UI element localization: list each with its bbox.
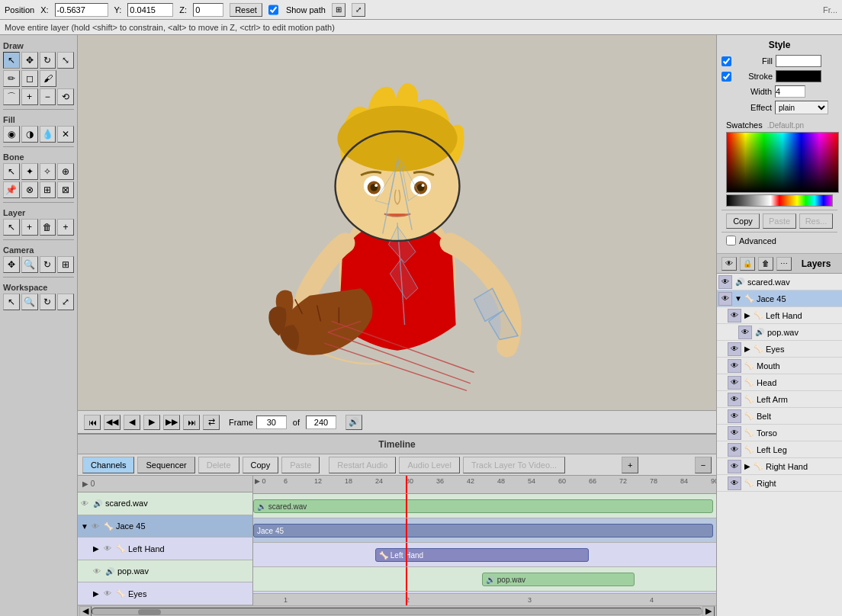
scroll-left-button[interactable]: ◀ [79, 606, 92, 617]
scale-tool[interactable]: ⤡ [57, 52, 74, 69]
fill-checkbox[interactable] [721, 56, 731, 66]
track-expand-jace[interactable]: ▼ [81, 522, 92, 531]
layer-expand-jace[interactable]: ▼ [734, 294, 743, 303]
track-scared-wav[interactable]: 👁 🔊 scared.wav [78, 492, 252, 515]
workspace-tool2[interactable]: 🔍 [21, 294, 38, 310]
camera-rotate-tool[interactable]: ↻ [40, 256, 56, 273]
track-eye-eyes[interactable]: 👁 [104, 589, 116, 598]
layer-torso[interactable]: 👁 🦴 Torso [717, 425, 842, 441]
track-eye-pop[interactable]: 👁 [93, 567, 105, 576]
move-tool[interactable]: ✥ [21, 52, 38, 69]
layer-right[interactable]: 👁 🦴 Right [717, 475, 842, 492]
bone-pin-tool[interactable]: 📌 [3, 181, 20, 198]
brush-tool[interactable]: 🖌 [40, 70, 56, 87]
playhead[interactable] [406, 476, 407, 493]
fill-tool[interactable]: ◉ [3, 126, 20, 143]
bone-move-tool[interactable]: ⊕ [57, 163, 74, 180]
layer-eye-lefthand[interactable]: 👁 [728, 309, 741, 322]
track-eye-jace[interactable]: 👁 [92, 522, 104, 531]
track-expand-lefthand[interactable]: ▶ [93, 544, 104, 553]
layer-eye-head[interactable]: 👁 [728, 376, 741, 390]
play-button[interactable]: ▶ [143, 415, 160, 430]
reset-style-button[interactable]: Res... [799, 213, 833, 229]
layer-eyes[interactable]: 👁 ▶ 🦴 Eyes [717, 341, 842, 358]
bone-ik-tool[interactable]: ⊗ [21, 181, 38, 198]
scroll-track[interactable] [92, 608, 702, 615]
step-back-button[interactable]: ◀◀ [104, 415, 121, 430]
show-path-checkbox[interactable] [268, 3, 278, 17]
track-left-hand[interactable]: ▶ 👁 🦴 Left Hand [78, 537, 252, 560]
bone-weld-tool[interactable]: ⊠ [57, 181, 74, 198]
track-eye-lefthand[interactable]: 👁 [104, 544, 116, 553]
layer-right-hand[interactable]: 👁 ▶ 🦴 Right Hand [717, 458, 842, 475]
lefthand-bar[interactable]: 🦴 Left Hand [375, 548, 589, 562]
scared-wav-bar[interactable]: 🔊 scared.wav [253, 499, 713, 513]
stroke-checkbox[interactable] [721, 72, 731, 82]
reset-button[interactable]: Reset [230, 3, 262, 17]
step-forward-button[interactable]: ⏭ [183, 415, 200, 430]
frame-input[interactable] [256, 415, 287, 429]
fill-color-swatch[interactable] [776, 55, 821, 67]
track-pop-wav[interactable]: 👁 🔊 pop.wav [78, 560, 252, 583]
bone-bind-tool[interactable]: ⊞ [40, 181, 56, 198]
channels-tab[interactable]: Channels [82, 457, 134, 473]
layer-eye-mouth[interactable]: 👁 [728, 359, 741, 373]
position-z-input[interactable] [193, 3, 223, 17]
volume-button[interactable]: 🔊 [345, 415, 362, 430]
width-input[interactable] [775, 85, 805, 98]
sequencer-tab[interactable]: Sequencer [137, 457, 194, 473]
play-forward-button[interactable]: ▶▶ [163, 415, 180, 430]
layer-delete-tool[interactable]: 🗑 [40, 219, 56, 236]
layer-eye-leftarm[interactable]: 👁 [728, 393, 741, 406]
rotate-tool[interactable]: ↻ [40, 52, 56, 69]
copy-style-button[interactable]: Copy [726, 213, 760, 229]
layer-add-tool[interactable]: + [21, 219, 38, 236]
layer-head[interactable]: 👁 🦴 Head [717, 374, 842, 391]
layer-expand-righthand[interactable]: ▶ [743, 462, 752, 470]
track-eye-scared[interactable]: 👁 [81, 499, 93, 508]
layer-eye-torso[interactable]: 👁 [728, 426, 741, 440]
layer-eye-right[interactable]: 👁 [728, 476, 741, 490]
frame-total-input[interactable] [306, 415, 336, 429]
layer-left-arm[interactable]: 👁 🦴 Left Arm [717, 391, 842, 408]
layer-left-hand[interactable]: 👁 ▶ 🦴 Left Hand [717, 307, 842, 324]
layer-eye-pop[interactable]: 👁 [738, 326, 752, 339]
layer-belt[interactable]: 👁 🦴 Belt [717, 408, 842, 425]
track-layer-button[interactable]: Track Layer To Video... [463, 457, 565, 473]
layer-eye-scared[interactable]: 👁 [718, 275, 732, 289]
track-expand-eyes[interactable]: ▶ [93, 589, 104, 598]
layer-select-tool[interactable]: ↖ [3, 219, 20, 236]
layer-pop-wav[interactable]: 👁 🔊 pop.wav [717, 324, 842, 341]
expand-icon[interactable]: ⊞ [332, 3, 345, 17]
bone-create-tool[interactable]: ✦ [21, 163, 38, 180]
workspace-tool3[interactable]: ↻ [40, 294, 56, 310]
go-to-start-button[interactable]: ⏮ [84, 415, 101, 430]
layers-icon3[interactable]: 🗑 [758, 257, 773, 271]
position-x-input[interactable] [55, 3, 108, 17]
delete-button[interactable]: Delete [198, 457, 239, 473]
layers-icon1[interactable]: 👁 [721, 257, 737, 271]
workspace-tool4[interactable]: ⤢ [57, 294, 74, 310]
layer-mouth[interactable]: 👁 🦴 Mouth [717, 358, 842, 374]
camera-pan-tool[interactable]: ✥ [3, 256, 20, 273]
select-tool[interactable]: ↖ [3, 52, 20, 69]
bone-edit-tool[interactable]: ✧ [40, 163, 56, 180]
bone-select-tool[interactable]: ↖ [3, 163, 20, 180]
layer-expand-tool[interactable]: + [57, 219, 74, 236]
advanced-checkbox[interactable] [726, 236, 736, 245]
track-jace45[interactable]: ▼ 👁 🦴 Jace 45 [78, 515, 252, 538]
position-y-input[interactable] [127, 3, 173, 17]
color-picker[interactable] [726, 132, 839, 193]
fill-x-tool[interactable]: ✕ [57, 126, 74, 143]
layer-eye-leftleg[interactable]: 👁 [728, 443, 741, 457]
layer-eye-righthand[interactable]: 👁 [728, 460, 741, 473]
layer-eye-eyes[interactable]: 👁 [728, 342, 741, 356]
camera-perspective-tool[interactable]: ⊞ [57, 256, 74, 273]
zoom-in-icon[interactable]: + [622, 457, 638, 473]
transform-tool[interactable]: ⟲ [57, 88, 74, 105]
layers-icon2[interactable]: 🔒 [740, 257, 755, 271]
jace45-bar[interactable]: Jace 45 [253, 524, 713, 537]
paste-button[interactable]: Paste [281, 457, 320, 473]
swatches-bar[interactable] [726, 194, 833, 207]
scroll-thumb[interactable] [138, 609, 161, 615]
